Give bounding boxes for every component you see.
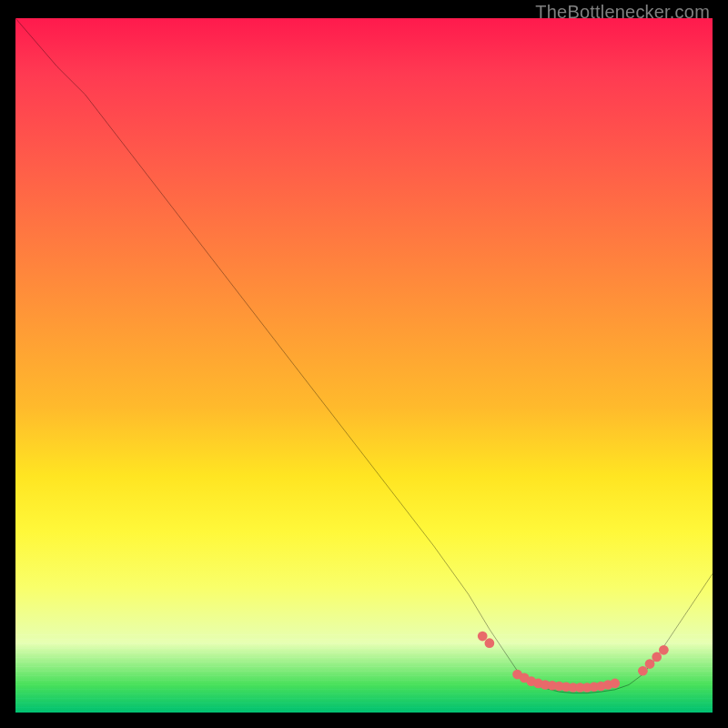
marker-dot bbox=[659, 645, 669, 655]
marker-dot bbox=[652, 652, 662, 662]
chart-frame: TheBottlenecker.com bbox=[0, 0, 728, 728]
curve-path bbox=[15, 18, 713, 693]
marker-group bbox=[478, 632, 669, 693]
marker-dot bbox=[478, 632, 488, 642]
watermark-text: TheBottlenecker.com bbox=[535, 2, 710, 23]
marker-dot bbox=[610, 679, 620, 689]
line-overlay bbox=[15, 18, 713, 713]
marker-dot bbox=[638, 666, 648, 676]
plot-area bbox=[15, 18, 713, 713]
marker-dot bbox=[645, 659, 655, 669]
marker-dot bbox=[485, 638, 495, 648]
